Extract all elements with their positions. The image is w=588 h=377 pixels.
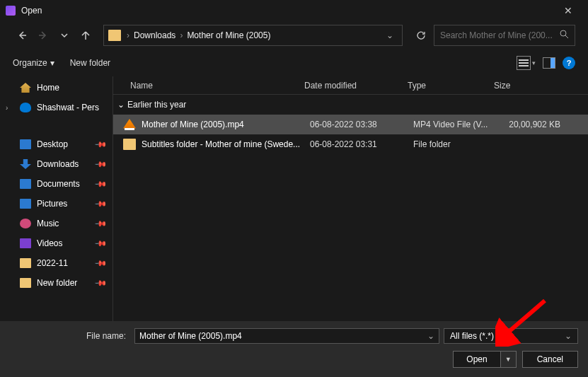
folder-icon	[108, 30, 121, 41]
recent-dropdown[interactable]	[55, 26, 74, 45]
file-type-filter[interactable]: All files (*.*) ⌄	[444, 328, 578, 344]
folder-icon	[20, 258, 31, 268]
sidebar-item-label: Videos	[37, 238, 62, 248]
pin-icon: 📌	[93, 157, 107, 170]
search-icon[interactable]	[560, 30, 569, 41]
organize-label: Organize	[13, 58, 47, 68]
pin-icon: 📌	[93, 236, 107, 250]
forward-button[interactable]	[34, 26, 52, 45]
sidebar-item-desktop[interactable]: Desktop📌	[0, 134, 113, 154]
sidebar-item-label: Downloads	[37, 159, 79, 169]
chevron-down-icon: ⌄	[117, 100, 125, 110]
sidebar-item-videos[interactable]: Videos📌	[0, 233, 113, 253]
chevron-down-icon: ▾	[50, 58, 54, 68]
search-field[interactable]	[440, 30, 560, 40]
refresh-button[interactable]	[411, 26, 431, 45]
address-bar[interactable]: › Downloads › Mother of Mine (2005) ⌄	[103, 25, 403, 46]
chevron-down-icon: ⌄	[565, 331, 572, 341]
sidebar: Home ›Shashwat - Pers Desktop📌 Downloads…	[0, 76, 113, 321]
chevron-right-icon[interactable]: ›	[6, 104, 8, 112]
view-mode-button[interactable]: ▾	[517, 56, 536, 70]
documents-icon	[20, 179, 31, 189]
chevron-down-icon[interactable]: ⌄	[382, 30, 398, 40]
file-size: 20,00,902 KB	[500, 120, 570, 129]
chevron-right-icon: ›	[178, 30, 184, 40]
pictures-icon	[20, 199, 31, 209]
column-header-size[interactable]: Size	[494, 81, 565, 91]
help-icon[interactable]: ?	[563, 57, 575, 69]
sidebar-item-label: Shashwat - Pers	[37, 103, 99, 112]
sidebar-item-label: 2022-11	[37, 258, 68, 268]
pin-icon: 📌	[93, 177, 107, 190]
column-header-name[interactable]: Name	[130, 81, 304, 91]
file-date: 06-08-2022 03:31	[310, 139, 413, 149]
breadcrumb[interactable]: Downloads	[131, 30, 178, 40]
file-name: Subtitles folder - Mother of mine (Swede…	[142, 139, 310, 149]
file-list: Name Date modified Type Size ⌄Earlier th…	[113, 76, 588, 321]
sidebar-item-label: Documents	[37, 179, 80, 189]
group-header[interactable]: ⌄Earlier this year	[113, 95, 588, 115]
group-label: Earlier this year	[127, 100, 186, 110]
preview-pane-button[interactable]	[543, 57, 555, 69]
videos-icon	[20, 238, 31, 248]
pin-icon: 📌	[93, 216, 107, 230]
back-button[interactable]	[13, 26, 31, 45]
chevron-right-icon: ›	[125, 30, 131, 40]
home-icon	[20, 83, 31, 93]
file-name: Mother of Mine (2005).mp4	[142, 120, 310, 129]
file-type: File folder	[413, 139, 500, 149]
sidebar-item-music[interactable]: Music📌	[0, 214, 113, 233]
video-file-icon	[123, 119, 136, 130]
chevron-down-icon: ▼	[505, 356, 512, 363]
filter-label: All files (*.*)	[450, 331, 494, 341]
cloud-icon	[20, 103, 31, 112]
pin-icon: 📌	[93, 137, 107, 151]
folder-icon	[20, 278, 31, 288]
chevron-down-icon[interactable]: ⌄	[423, 331, 434, 341]
music-icon	[20, 219, 31, 228]
sidebar-item-documents[interactable]: Documents📌	[0, 174, 113, 194]
file-date: 06-08-2022 03:38	[310, 120, 413, 129]
file-row[interactable]: Mother of Mine (2005).mp4 06-08-2022 03:…	[113, 115, 588, 134]
svg-point-0	[560, 30, 566, 36]
app-icon	[6, 6, 16, 16]
sidebar-item-label: Music	[37, 219, 59, 228]
file-type: MP4 Video File (V...	[413, 120, 500, 129]
sidebar-item-onedrive[interactable]: ›Shashwat - Pers	[0, 98, 113, 117]
close-icon[interactable]: ✕	[554, 5, 582, 16]
sidebar-item-downloads[interactable]: Downloads📌	[0, 154, 113, 174]
sidebar-item-label: New folder	[37, 278, 77, 288]
search-input[interactable]	[434, 25, 575, 46]
pin-icon: 📌	[93, 276, 107, 289]
cancel-button[interactable]: Cancel	[522, 351, 578, 368]
sidebar-item-home[interactable]: Home	[0, 78, 113, 98]
filename-label: File name:	[10, 331, 130, 341]
up-button[interactable]	[76, 26, 95, 45]
organize-menu[interactable]: Organize ▾	[13, 58, 54, 68]
window-title: Open	[21, 6, 554, 16]
sidebar-item-folder[interactable]: 2022-11📌	[0, 253, 113, 273]
column-header-type[interactable]: Type	[408, 81, 494, 91]
sidebar-item-label: Desktop	[37, 139, 68, 149]
chevron-down-icon: ▾	[532, 59, 536, 66]
sidebar-item-pictures[interactable]: Pictures📌	[0, 194, 113, 214]
open-dropdown[interactable]: ▼	[500, 351, 517, 368]
download-icon	[20, 159, 31, 169]
pin-icon: 📌	[93, 197, 107, 210]
sidebar-item-label: Home	[37, 83, 59, 93]
filename-input[interactable]: ⌄	[134, 328, 439, 344]
breadcrumb[interactable]: Mother of Mine (2005)	[184, 30, 273, 40]
sidebar-item-folder[interactable]: New folder📌	[0, 273, 113, 293]
sidebar-item-label: Pictures	[37, 199, 67, 209]
filename-field[interactable]	[139, 331, 423, 341]
pin-icon: 📌	[93, 256, 107, 269]
desktop-icon	[20, 139, 31, 149]
open-button[interactable]: Open	[453, 351, 500, 368]
new-folder-button[interactable]: New folder	[70, 58, 110, 68]
file-row[interactable]: Subtitles folder - Mother of mine (Swede…	[113, 134, 588, 154]
column-header-date[interactable]: Date modified	[304, 81, 408, 91]
folder-icon	[123, 139, 136, 150]
